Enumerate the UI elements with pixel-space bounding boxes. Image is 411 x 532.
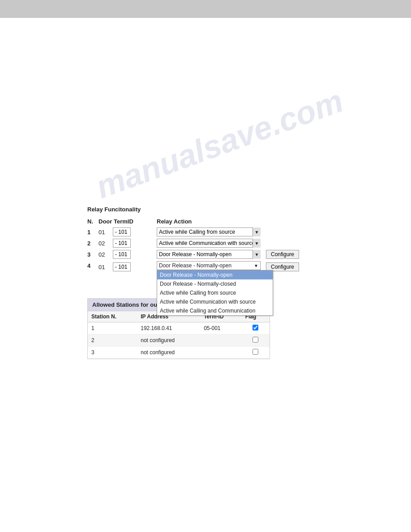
row4-dropdown-list: Door Release - Normally-open Door Releas… bbox=[157, 270, 273, 316]
ip-address-3: not configured bbox=[137, 347, 200, 359]
watermark: manualsave.com bbox=[91, 82, 347, 206]
row2-action-wrapper: Active while Calling from source Active … bbox=[157, 239, 261, 248]
row4-action-wrapper: Door Release - Normally-open ▼ Door Rele… bbox=[157, 261, 261, 270]
row3-action-wrapper: Active while Calling from source Active … bbox=[157, 250, 261, 259]
row1-action-wrapper: Active while Calling from source Active … bbox=[157, 227, 261, 236]
row4-dropdown-arrow: ▼ bbox=[254, 263, 258, 268]
row2-term-id[interactable] bbox=[113, 239, 131, 248]
header-n: N. bbox=[87, 218, 98, 225]
header-action: Relay Action bbox=[157, 218, 264, 225]
ip-address-1: 192.168.0.41 bbox=[137, 322, 200, 335]
dropdown-option-2[interactable]: Door Release - Normally-closed bbox=[157, 279, 273, 288]
station-n-2: 2 bbox=[88, 335, 137, 347]
row4-action-value: Door Release - Normally-open bbox=[159, 262, 231, 269]
relay-row-1: 1 01 Active while Calling from source Ac… bbox=[87, 227, 411, 236]
row3-term-id[interactable] bbox=[113, 250, 131, 259]
flag-checkbox-1[interactable] bbox=[253, 325, 258, 330]
allowed-stations-table: Station N. IP Address Term-ID Flag 1 192… bbox=[88, 311, 270, 359]
row4-door-id: 01 bbox=[98, 264, 111, 270]
term-id-1: 05-001 bbox=[200, 322, 242, 335]
row1-door-termid: 01 bbox=[98, 227, 157, 236]
relay-row-3: 3 02 Active while Calling from source Ac… bbox=[87, 250, 411, 259]
row4-n: 4 bbox=[87, 261, 98, 269]
term-id-3 bbox=[200, 347, 242, 359]
relay-section-title: Relay Funcitonality bbox=[87, 206, 411, 213]
header-station-n: Station N. bbox=[88, 311, 137, 322]
relay-row-2: 2 02 Active while Calling from source Ac… bbox=[87, 239, 411, 248]
flag-checkbox-3[interactable] bbox=[253, 349, 258, 355]
row1-door-id: 01 bbox=[98, 229, 111, 236]
configure-button-3[interactable]: Configure bbox=[266, 250, 299, 259]
row4-dropdown-field[interactable]: Door Release - Normally-open ▼ bbox=[157, 261, 261, 270]
row3-n: 3 bbox=[87, 251, 98, 258]
top-bar bbox=[0, 0, 411, 18]
dropdown-option-5[interactable]: Active while Calling and Communication bbox=[157, 306, 273, 315]
row2-door-id: 02 bbox=[98, 240, 111, 247]
relay-table: N. Door TermID Relay Action 1 01 Active … bbox=[87, 218, 411, 271]
dropdown-option-3[interactable]: Active while Calling from source bbox=[157, 288, 273, 297]
table-row: 3 not configured bbox=[88, 347, 270, 359]
station-n-3: 3 bbox=[88, 347, 137, 359]
flag-2 bbox=[242, 335, 270, 347]
dropdown-option-1[interactable]: Door Release - Normally-open bbox=[157, 270, 273, 279]
flag-checkbox-2[interactable] bbox=[253, 337, 258, 343]
dropdown-option-4[interactable]: Active while Communication with source bbox=[157, 297, 273, 306]
flag-3 bbox=[242, 347, 270, 359]
row4-term-id[interactable] bbox=[113, 262, 131, 271]
header-door: Door TermID bbox=[98, 218, 157, 225]
term-id-2 bbox=[200, 335, 242, 347]
row1-term-id[interactable] bbox=[113, 227, 131, 236]
row1-action-select[interactable]: Active while Calling from source Active … bbox=[157, 227, 261, 236]
row2-action-select[interactable]: Active while Calling from source Active … bbox=[157, 239, 261, 248]
relay-section: Relay Funcitonality N. Door TermID Relay… bbox=[0, 206, 411, 271]
row2-n: 2 bbox=[87, 240, 98, 247]
table-row: 2 not configured bbox=[88, 335, 270, 347]
station-n-1: 1 bbox=[88, 322, 137, 335]
ip-address-2: not configured bbox=[137, 335, 200, 347]
row1-n: 1 bbox=[87, 229, 98, 236]
relay-row-4: 4 01 Door Release - Normally-open ▼ Door… bbox=[87, 261, 411, 271]
flag-1 bbox=[242, 322, 270, 335]
table-row: 1 192.168.0.41 05-001 bbox=[88, 322, 270, 335]
row3-door-id: 02 bbox=[98, 251, 111, 258]
relay-table-header: N. Door TermID Relay Action bbox=[87, 218, 411, 225]
row2-door-termid: 02 bbox=[98, 239, 157, 248]
row3-action-select[interactable]: Active while Calling from source Active … bbox=[157, 250, 261, 259]
row3-door-termid: 02 bbox=[98, 250, 157, 259]
row4-door-termid: 01 bbox=[98, 261, 157, 271]
